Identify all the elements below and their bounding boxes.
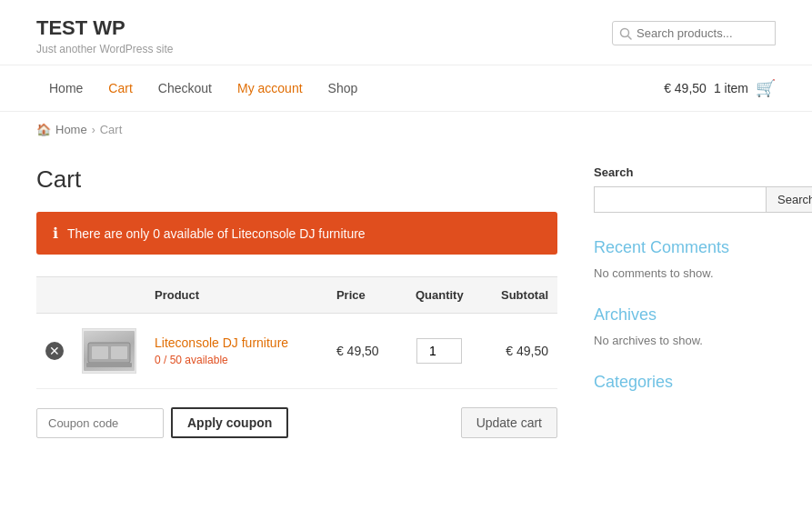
breadcrumb-separator: › bbox=[92, 124, 95, 136]
sidebar-search-button[interactable]: Search bbox=[767, 186, 812, 213]
site-branding: TEST WP Just another WordPress site bbox=[36, 16, 174, 55]
content-area: Cart ℹ There are only 0 available of Lit… bbox=[36, 165, 557, 438]
update-cart-button[interactable]: Update cart bbox=[461, 407, 557, 438]
col-subtotal: Subtotal bbox=[479, 277, 557, 314]
sidebar: Search Search Recent Comments No comment… bbox=[594, 165, 776, 438]
archives-title: Archives bbox=[594, 305, 776, 325]
main-nav: Home Cart Checkout My account Shop € 49,… bbox=[0, 65, 812, 112]
main-layout: Cart ℹ There are only 0 available of Lit… bbox=[0, 147, 812, 475]
cart-basket-icon[interactable]: 🛒 bbox=[756, 78, 776, 98]
archives-empty: No archives to show. bbox=[594, 334, 776, 347]
product-availability: 0 / 50 available bbox=[155, 354, 318, 366]
nav-links: Home Cart Checkout My account Shop bbox=[36, 68, 370, 108]
svg-rect-3 bbox=[92, 346, 108, 359]
page-title: Cart bbox=[36, 165, 557, 194]
cart-alert: ℹ There are only 0 available of Litecons… bbox=[36, 212, 557, 255]
remove-item-button[interactable]: ✕ bbox=[45, 342, 64, 360]
apply-coupon-button[interactable]: Apply coupon bbox=[171, 407, 288, 438]
product-thumbnail bbox=[82, 328, 136, 374]
product-name-link[interactable]: Liteconsole DJ furniture bbox=[155, 335, 288, 350]
product-cell: Liteconsole DJ furniture 0 / 50 availabl… bbox=[145, 314, 327, 389]
sidebar-recent-comments: Recent Comments No comments to show. bbox=[594, 238, 776, 280]
sidebar-archives: Archives No archives to show. bbox=[594, 305, 776, 347]
cart-price: € 49,50 bbox=[664, 81, 707, 95]
search-icon bbox=[612, 21, 776, 45]
col-thumbnail bbox=[73, 277, 145, 314]
quantity-cell bbox=[400, 314, 479, 389]
product-image bbox=[84, 331, 135, 371]
col-price: Price bbox=[327, 277, 400, 314]
cart-actions: Apply coupon Update cart bbox=[36, 407, 557, 438]
sidebar-search-widget: Search Search bbox=[594, 165, 776, 213]
header: TEST WP Just another WordPress site bbox=[0, 0, 812, 65]
subtotal-cell: € 49,50 bbox=[479, 314, 557, 389]
cart-item-count: 1 item bbox=[714, 81, 748, 95]
cart-table-header-row: Product Price Quantity Subtotal bbox=[36, 277, 557, 314]
nav-cart[interactable]: Cart bbox=[95, 68, 145, 108]
nav-myaccount[interactable]: My account bbox=[225, 68, 316, 108]
price-cell: € 49,50 bbox=[327, 314, 400, 389]
table-row: ✕ bbox=[36, 314, 557, 389]
recent-comments-empty: No comments to show. bbox=[594, 266, 776, 280]
svg-rect-5 bbox=[86, 363, 132, 367]
categories-title: Categories bbox=[594, 373, 776, 392]
alert-icon: ℹ bbox=[53, 225, 58, 242]
breadcrumb-current: Cart bbox=[100, 123, 123, 136]
header-search-form bbox=[612, 21, 776, 45]
header-cart-info: € 49,50 1 item 🛒 bbox=[664, 65, 776, 111]
sidebar-search-label: Search bbox=[594, 165, 776, 179]
nav-shop[interactable]: Shop bbox=[316, 68, 371, 108]
breadcrumb: 🏠 Home › Cart bbox=[0, 112, 812, 147]
nav-checkout[interactable]: Checkout bbox=[145, 68, 225, 108]
coupon-section: Apply coupon bbox=[36, 407, 288, 438]
header-search-input[interactable] bbox=[612, 21, 776, 45]
site-title: TEST WP bbox=[36, 16, 174, 40]
sidebar-categories: Categories bbox=[594, 373, 776, 392]
quantity-input[interactable] bbox=[416, 338, 462, 364]
svg-rect-4 bbox=[111, 346, 127, 359]
col-remove bbox=[36, 277, 73, 314]
nav-home[interactable]: Home bbox=[36, 68, 95, 108]
alert-message: There are only 0 available of Liteconsol… bbox=[67, 226, 366, 241]
home-icon: 🏠 bbox=[36, 123, 51, 136]
col-quantity: Quantity bbox=[400, 277, 479, 314]
thumbnail-cell bbox=[73, 314, 145, 389]
sidebar-search-input[interactable] bbox=[594, 186, 767, 213]
breadcrumb-home[interactable]: Home bbox=[55, 123, 87, 136]
remove-cell: ✕ bbox=[36, 314, 73, 389]
sidebar-search-form: Search bbox=[594, 186, 776, 213]
recent-comments-title: Recent Comments bbox=[594, 238, 776, 257]
coupon-input[interactable] bbox=[36, 408, 164, 438]
cart-table: Product Price Quantity Subtotal ✕ bbox=[36, 276, 557, 389]
col-product: Product bbox=[145, 277, 327, 314]
site-tagline: Just another WordPress site bbox=[36, 43, 174, 55]
